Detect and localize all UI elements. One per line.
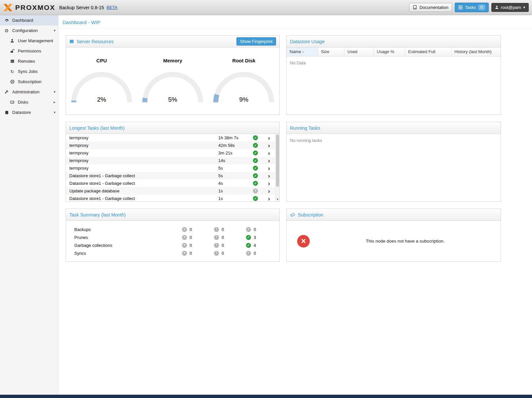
column-header-estimated-full[interactable]: Estimated Full — [405, 48, 451, 56]
open-task-chevron-icon[interactable]: › — [263, 173, 275, 179]
documentation-label: Documentation — [419, 5, 448, 10]
open-task-chevron-icon[interactable]: › — [263, 165, 275, 171]
user-label: root@pam — [501, 5, 521, 10]
chevron-right-icon[interactable]: ▸ — [53, 100, 55, 104]
task-row[interactable]: Datastore store1 - Garbage collect 1s ✓ … — [66, 195, 275, 201]
column-header-size[interactable]: Size — [318, 48, 344, 56]
memory-gauge: Memory 5% — [137, 48, 208, 115]
sidebar-item-administration[interactable]: Administration ▾ — [0, 87, 58, 97]
warning-count: 0 — [222, 243, 224, 248]
server-resources-icon — [69, 39, 74, 44]
open-task-chevron-icon[interactable]: › — [263, 158, 275, 164]
dashboard-row-1: Server Resources Show Fingerprint CPU 2%… — [66, 35, 532, 115]
show-fingerprint-button[interactable]: Show Fingerprint — [236, 37, 276, 46]
sidebar-item-label: Datastore — [12, 110, 31, 115]
sidebar-item-subscription[interactable]: Subscription — [0, 77, 58, 87]
user-icon — [10, 39, 15, 43]
sidebar-item-label: Administration — [12, 89, 39, 94]
open-task-chevron-icon[interactable]: › — [263, 143, 275, 149]
vertical-scrollbar[interactable]: ▼ — [275, 134, 279, 201]
sidebar-item-disks[interactable]: Disks ▸ — [0, 97, 58, 107]
sidebar-item-dashboard[interactable]: Dashboard — [0, 15, 58, 25]
longest-tasks-header: Longest Tasks (last Month) — [66, 122, 279, 134]
error-count-icon: × — [182, 235, 187, 240]
scrollbar-thumb[interactable] — [276, 135, 279, 187]
error-count-icon: × — [182, 243, 187, 248]
task-row[interactable]: termproxy 42m 58s ✓ › — [66, 142, 275, 149]
tasks-button[interactable]: Tasks 0 — [455, 3, 489, 12]
task-row[interactable]: Datastore store1 - Garbage collect 5s ✓ … — [66, 172, 275, 180]
panel-title: Running Tasks — [290, 125, 320, 131]
column-header-name[interactable]: Name↑ — [287, 48, 318, 56]
ok-count: 0 — [254, 227, 256, 232]
documentation-button[interactable]: Documentation — [409, 3, 452, 12]
panel-title: Datastore Usage — [290, 39, 325, 44]
task-row[interactable]: termproxy 5s ✓ › — [66, 164, 275, 172]
sidebar-item-label: Sync Jobs — [18, 69, 38, 74]
scroll-down-arrow-icon[interactable]: ▼ — [275, 197, 279, 201]
task-row[interactable]: termproxy 3m 21s ✓ › — [66, 149, 275, 157]
chevron-down-icon[interactable]: ▾ — [53, 90, 55, 94]
sidebar-item-sync-jobs[interactable]: ↻ Sync Jobs — [0, 66, 58, 77]
sidebar-item-configuration[interactable]: ⚙ Configuration ▾ — [0, 25, 58, 36]
open-task-chevron-icon[interactable]: › — [263, 181, 275, 186]
dashboard-row-3: Task Summary (last Month) Backups ×0 !0 … — [66, 209, 532, 262]
column-header-usage-percent[interactable]: Usage % — [374, 48, 405, 56]
ok-status-icon: ✓ — [253, 166, 258, 171]
open-task-chevron-icon[interactable]: › — [263, 150, 275, 156]
longest-tasks-list: termproxy 1h 38m 7s ✓ › termproxy 42m 58… — [66, 134, 279, 201]
no-subscription-icon: × — [297, 235, 310, 248]
warning-count-icon: ! — [214, 227, 219, 232]
task-row[interactable]: Datastore store1 - Garbage collect 4s ✓ … — [66, 180, 275, 187]
sort-asc-icon: ↑ — [302, 50, 304, 54]
gauge-value: 9% — [208, 96, 279, 103]
datastore-usage-header: Datastore Usage — [287, 36, 501, 48]
warning-count: 0 — [222, 235, 224, 240]
sidebar-item-label: Permissions — [18, 49, 41, 53]
ok-status-icon: ✓ — [253, 196, 258, 201]
beta-link[interactable]: BETA — [107, 5, 118, 10]
task-row[interactable]: Update package database 1s ? › — [66, 187, 275, 195]
running-tasks-header: Running Tasks — [287, 122, 501, 134]
hard-drive-icon — [10, 100, 15, 104]
column-header-used[interactable]: Used — [344, 48, 374, 56]
summary-row-syncs: Syncs ×0 !0 ✓0 — [74, 249, 279, 257]
task-rows: termproxy 1h 38m 7s ✓ › termproxy 42m 58… — [66, 134, 275, 201]
sidebar-item-label: User Management — [18, 38, 53, 43]
open-task-chevron-icon[interactable]: › — [263, 196, 275, 202]
open-task-chevron-icon[interactable]: › — [263, 135, 275, 141]
gauge-label: Root Disk — [232, 58, 255, 63]
open-task-chevron-icon[interactable]: › — [263, 188, 275, 194]
sidebar-item-user-management[interactable]: User Management — [0, 36, 58, 46]
error-count-icon: × — [182, 251, 187, 256]
life-ring-icon — [10, 80, 15, 84]
sidebar-item-permissions[interactable]: Permissions — [0, 46, 58, 56]
datastore-grid-header: Name↑ Size Used Usage % Estimated Full H… — [287, 48, 501, 56]
error-count: 0 — [190, 235, 192, 240]
task-row[interactable]: termproxy 14s ✓ › — [66, 157, 275, 164]
top-header: PROXMOX Backup Server 0.8-15 BETA Docume… — [0, 0, 532, 15]
panel-title: Task Summary (last Month) — [69, 212, 125, 217]
warning-count: 0 — [222, 227, 224, 232]
gauge-value: 5% — [137, 96, 208, 103]
error-count: 0 — [190, 243, 192, 248]
chevron-down-icon[interactable]: ▾ — [53, 28, 55, 33]
longest-tasks-panel: Longest Tasks (last Month) termproxy 1h … — [66, 122, 280, 202]
sidebar-item-datastore[interactable]: Datastore ▾ — [0, 107, 58, 117]
sidebar-item-remotes[interactable]: Remotes — [0, 56, 58, 66]
column-header-history[interactable]: History (last Month) — [451, 48, 501, 56]
ok-count-icon: ✓ — [246, 227, 251, 232]
task-row[interactable]: termproxy 1h 38m 7s ✓ › — [66, 134, 275, 142]
running-tasks-panel: Running Tasks No running tasks — [286, 122, 501, 202]
user-menu-button[interactable]: root@pam ▾ — [491, 3, 529, 12]
tasks-label: Tasks — [465, 5, 476, 10]
warning-count-icon: ! — [214, 243, 219, 248]
datastore-usage-panel: Datastore Usage Name↑ Size Used Usage % … — [286, 35, 501, 115]
sync-icon: ↻ — [10, 69, 15, 74]
ok-status-icon: ✓ — [253, 135, 258, 140]
product-version: Backup Server 0.8-15 — [59, 5, 104, 10]
ok-status-icon: ✓ — [253, 181, 258, 186]
chevron-down-icon[interactable]: ▾ — [53, 110, 55, 115]
error-count-icon: × — [182, 227, 187, 232]
subscription-panel: Subscription × This node does not have a… — [286, 209, 501, 262]
